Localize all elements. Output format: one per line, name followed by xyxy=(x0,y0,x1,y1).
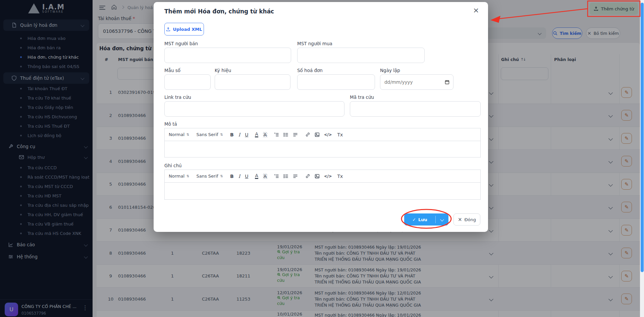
highlight-color-button[interactable]: A xyxy=(263,174,267,179)
clear-format-icon[interactable]: Tx xyxy=(337,132,343,137)
image-icon[interactable] xyxy=(315,174,320,179)
buyer-tax-input[interactable] xyxy=(297,48,425,63)
note-label: Ghi chú xyxy=(164,163,182,168)
bold-button[interactable]: B xyxy=(230,174,234,179)
check-icon: ✓ xyxy=(412,217,416,222)
clear-format-icon[interactable]: Tx xyxy=(337,174,343,179)
close-button[interactable]: × Đóng xyxy=(453,213,480,226)
lookup-link-input[interactable] xyxy=(164,101,344,117)
invoice-no-label: Số hoá đơn xyxy=(297,68,323,73)
highlight-color-button[interactable]: A xyxy=(263,132,267,137)
save-label: Lưu xyxy=(418,217,427,222)
link-icon[interactable] xyxy=(305,132,310,137)
code-icon[interactable]: </> xyxy=(324,132,332,137)
description-editor: Normal⇅ Sans Serif⇅ B I U A A </> Tx xyxy=(164,128,481,157)
align-icon[interactable] xyxy=(293,132,298,137)
editor-toolbar: Normal⇅ Sans Serif⇅ B I U A A </> Tx xyxy=(165,128,480,141)
seller-tax-input[interactable] xyxy=(164,48,291,63)
italic-button[interactable]: I xyxy=(238,174,240,179)
invoice-no-input[interactable] xyxy=(297,74,375,90)
serial-label: Ký hiệu xyxy=(215,68,231,73)
form-no-label: Mẫu số xyxy=(164,68,180,73)
upload-icon xyxy=(166,27,170,31)
modal-title: Thêm mới Hóa đơn, chứng từ khác xyxy=(164,8,274,15)
font-select[interactable]: Sans Serif⇅ xyxy=(196,174,223,179)
close-icon: × xyxy=(458,216,462,223)
paragraph-format-select[interactable]: Normal⇅ xyxy=(169,132,189,137)
text-color-button[interactable]: A xyxy=(255,173,258,179)
lookup-code-input[interactable] xyxy=(350,101,481,117)
serial-input[interactable] xyxy=(215,74,290,90)
note-editor-body[interactable] xyxy=(165,183,480,199)
paragraph-format-select[interactable]: Normal⇅ xyxy=(169,174,189,179)
scrollbar-track[interactable] xyxy=(640,0,644,317)
close-label: Đóng xyxy=(465,217,476,222)
ordered-list-icon[interactable] xyxy=(274,174,279,179)
underline-button[interactable]: U xyxy=(245,174,248,179)
updown-icon: ⇅ xyxy=(186,174,189,178)
updown-icon: ⇅ xyxy=(186,133,189,136)
seller-tax-label: MST người bán xyxy=(164,41,198,46)
updown-icon: ⇅ xyxy=(220,133,223,136)
upload-xml-label: Upload XML xyxy=(173,27,202,32)
save-dropdown-toggle[interactable] xyxy=(436,218,448,221)
close-icon[interactable]: × xyxy=(473,6,479,14)
image-icon[interactable] xyxy=(315,132,320,137)
font-select[interactable]: Sans Serif⇅ xyxy=(196,132,223,137)
upload-xml-button[interactable]: Upload XML xyxy=(164,23,204,36)
bullet-list-icon[interactable] xyxy=(283,132,288,137)
add-invoice-modal: Thêm mới Hóa đơn, chứng từ khác × Upload… xyxy=(154,2,488,232)
calendar-icon[interactable] xyxy=(445,80,449,84)
editor-toolbar: Normal⇅ Sans Serif⇅ B I U A A </> Tx xyxy=(165,170,480,183)
note-editor: Normal⇅ Sans Serif⇅ B I U A A </> Tx xyxy=(164,170,481,200)
link-icon[interactable] xyxy=(305,174,310,179)
updown-icon: ⇅ xyxy=(220,174,223,178)
bold-button[interactable]: B xyxy=(230,132,234,137)
text-color-button[interactable]: A xyxy=(255,132,258,137)
save-button[interactable]: ✓Lưu xyxy=(404,213,448,226)
align-icon[interactable] xyxy=(293,174,298,179)
scrollbar-thumb[interactable] xyxy=(641,3,644,272)
issue-date-input[interactable] xyxy=(380,74,453,90)
underline-button[interactable]: U xyxy=(245,132,248,137)
form-no-input[interactable] xyxy=(164,74,211,90)
code-icon[interactable]: </> xyxy=(324,174,332,179)
description-label: Mô tả xyxy=(164,121,177,127)
ordered-list-icon[interactable] xyxy=(274,132,279,137)
bullet-list-icon[interactable] xyxy=(283,174,288,179)
app-window: I.A.M SOFTWARE Quản lý hoá đơn Hóa đơn m… xyxy=(0,0,644,317)
italic-button[interactable]: I xyxy=(238,132,240,137)
issue-date-label: Ngày lập xyxy=(380,68,400,73)
buyer-tax-label: MST người mua xyxy=(297,41,332,46)
description-editor-body[interactable] xyxy=(165,141,480,157)
lookup-link-label: Link tra cứu xyxy=(164,94,191,100)
chevron-down-icon xyxy=(440,217,444,221)
lookup-code-label: Mã tra cứu xyxy=(350,94,374,100)
